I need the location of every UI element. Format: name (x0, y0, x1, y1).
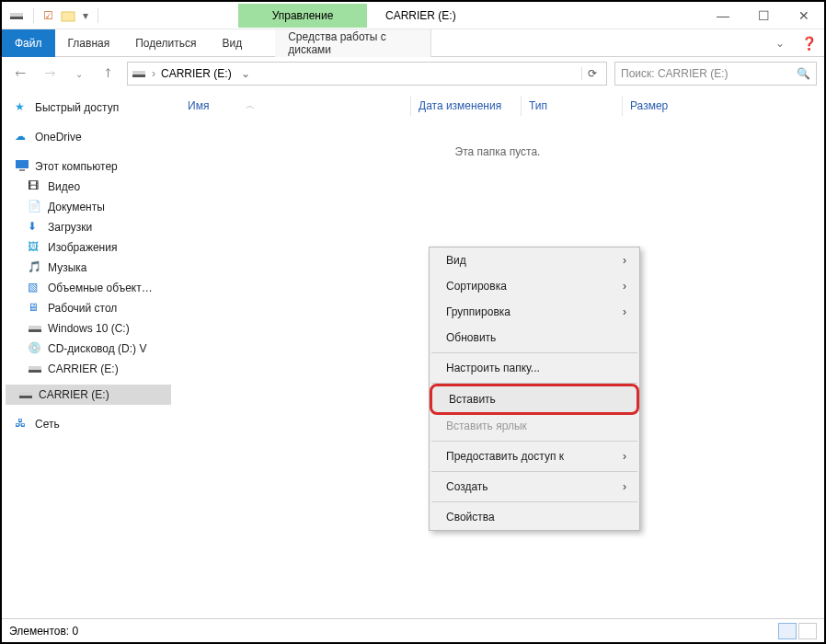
chevron-right-icon: › (623, 480, 626, 493)
refresh-button[interactable]: ⟳ (581, 67, 602, 80)
breadcrumb-path[interactable]: CARRIER (E:) (161, 67, 232, 80)
chevron-right-icon: › (623, 450, 626, 463)
nav-music[interactable]: 🎵Музыка (6, 258, 171, 278)
disc-icon: 💿 (28, 341, 42, 356)
nav-3d[interactable]: ▧Объемные объект… (6, 278, 171, 298)
ribbon-tabs: Файл Главная Поделиться Вид Средства раб… (2, 29, 824, 57)
menu-properties[interactable]: Свойства (430, 504, 639, 530)
nav-label: Документы (48, 201, 105, 213)
address-dropdown-icon[interactable]: ⌄ (237, 67, 254, 80)
menu-sort[interactable]: Сортировка› (430, 273, 639, 299)
tab-disk-tools[interactable]: Средства работы с дисками (275, 29, 431, 57)
nav-label: Объемные объект… (48, 282, 153, 294)
svg-rect-12 (19, 392, 32, 396)
svg-rect-10 (29, 366, 41, 370)
details-view-button[interactable] (778, 623, 797, 639)
menu-paste-shortcut: Вставить ярлык (430, 413, 639, 439)
close-button[interactable]: ✕ (789, 8, 819, 23)
menu-paste[interactable]: Вставить (430, 384, 639, 415)
menu-separator (431, 352, 637, 353)
folder-icon[interactable] (61, 8, 75, 23)
nav-quick-access[interactable]: ★ Быстрый доступ (6, 98, 171, 118)
nav-desktop[interactable]: 🖥Рабочий стол (6, 298, 171, 318)
desktop-icon: 🖥 (28, 301, 42, 316)
nav-current-drive[interactable]: CARRIER (E:) (6, 385, 171, 405)
status-items-label: Элементов: (9, 625, 69, 638)
search-icon[interactable]: 🔍 (797, 67, 810, 80)
menu-refresh[interactable]: Обновить (430, 325, 639, 351)
status-items-count: 0 (73, 625, 79, 638)
music-icon: 🎵 (28, 260, 42, 275)
svg-rect-4 (132, 71, 145, 75)
drive-icon (9, 8, 24, 23)
help-icon[interactable]: ❓ (794, 36, 824, 51)
drive-icon (18, 387, 33, 402)
navigation-pane: ★ Быстрый доступ ☁ OneDrive Этот компьют… (2, 90, 171, 605)
minimize-button[interactable]: — (708, 8, 738, 23)
nav-documents[interactable]: 📄Документы (6, 197, 171, 217)
column-date[interactable]: Дата изменения (410, 96, 521, 116)
up-button[interactable]: 🡑 (98, 63, 120, 85)
nav-label: Windows 10 (C:) (48, 322, 130, 335)
download-icon: ⬇ (28, 220, 42, 235)
maximize-button[interactable]: ☐ (749, 8, 778, 23)
document-icon: 📄 (28, 200, 42, 214)
svg-rect-6 (19, 169, 25, 171)
sort-indicator-icon: ︿ (246, 99, 255, 112)
nav-d-drive[interactable]: 💿CD-дисковод (D:) V (6, 339, 171, 359)
explorer-body: ★ Быстрый доступ ☁ OneDrive Этот компьют… (2, 90, 824, 605)
nav-pictures[interactable]: 🖼Изображения (6, 237, 171, 258)
window-controls: — ☐ ✕ (708, 8, 819, 23)
file-tab[interactable]: Файл (2, 29, 55, 57)
column-size[interactable]: Размер (622, 96, 723, 116)
ribbon-expand-icon[interactable]: ⌄ (766, 37, 794, 50)
context-menu: Вид› Сортировка› Группировка› Обновить Н… (429, 247, 640, 531)
column-headers: Имя︿ Дата изменения Тип Размер (171, 90, 824, 121)
tab-share[interactable]: Поделиться (122, 29, 209, 57)
column-type[interactable]: Тип (521, 96, 622, 116)
svg-rect-2 (62, 12, 75, 21)
address-bar-row: 🡐 🡒 ⌄ 🡑 › CARRIER (E:) ⌄ ⟳ Поиск: CARRIE… (2, 57, 824, 90)
quick-access-toolbar: ☑ ▾ (7, 8, 100, 23)
nav-this-pc[interactable]: Этот компьютер (6, 156, 171, 177)
menu-customize[interactable]: Настроить папку... (430, 355, 639, 381)
nav-downloads[interactable]: ⬇Загрузки (6, 217, 171, 237)
window-title: CARRIER (E:) (385, 9, 456, 22)
recent-dropdown-icon[interactable]: ⌄ (68, 63, 90, 85)
tab-view[interactable]: Вид (209, 29, 255, 57)
nav-label: Загрузки (48, 221, 92, 234)
picture-icon: 🖼 (28, 240, 42, 255)
cloud-icon: ☁ (15, 130, 29, 144)
qat-dropdown-icon[interactable]: ▾ (83, 9, 88, 22)
content-area[interactable]: Имя︿ Дата изменения Тип Размер Эта папка… (171, 90, 824, 605)
nav-e-drive[interactable]: CARRIER (E:) (6, 359, 171, 379)
back-button[interactable]: 🡐 (9, 63, 31, 85)
menu-view[interactable]: Вид› (430, 247, 639, 273)
nav-network[interactable]: 🖧 Сеть (6, 414, 171, 434)
menu-give-access[interactable]: Предоставить доступ к› (430, 443, 639, 469)
svg-rect-5 (16, 160, 29, 168)
nav-c-drive[interactable]: Windows 10 (C:) (6, 318, 171, 339)
checkbox-icon[interactable]: ☑ (43, 9, 53, 22)
tab-home[interactable]: Главная (55, 29, 123, 57)
nav-label: Сеть (35, 418, 60, 431)
menu-group[interactable]: Группировка› (430, 299, 639, 325)
forward-button[interactable]: 🡒 (39, 63, 61, 85)
menu-new[interactable]: Создать› (430, 474, 639, 500)
breadcrumb-chevron[interactable]: › (152, 67, 155, 80)
nav-videos[interactable]: 🎞Видео (6, 177, 171, 197)
view-mode-buttons (778, 623, 817, 639)
video-icon: 🎞 (28, 179, 42, 194)
column-name[interactable]: Имя︿ (180, 96, 410, 116)
ribbon-context-tab[interactable]: Управление (238, 4, 367, 28)
icons-view-button[interactable] (798, 623, 817, 639)
nav-onedrive[interactable]: ☁ OneDrive (6, 127, 171, 147)
nav-label: Рабочий стол (48, 302, 117, 315)
search-input[interactable]: Поиск: CARRIER (E:) 🔍 (614, 62, 817, 86)
pc-icon (15, 159, 29, 174)
nav-label: Быстрый доступ (35, 101, 119, 114)
menu-separator (431, 471, 637, 472)
chevron-right-icon: › (623, 305, 626, 318)
nav-label: Этот компьютер (35, 160, 118, 173)
address-bar[interactable]: › CARRIER (E:) ⌄ ⟳ (127, 62, 607, 86)
